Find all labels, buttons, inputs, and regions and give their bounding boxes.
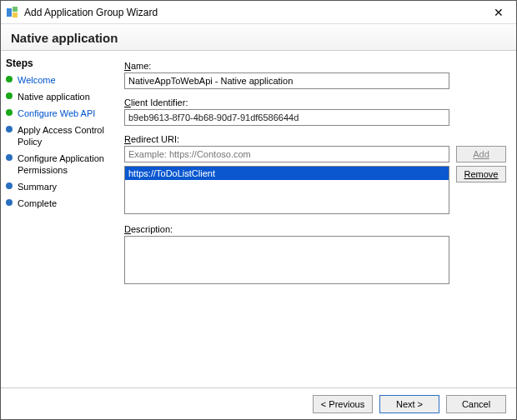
step-bullet-icon <box>6 109 13 116</box>
wizard-body: Steps WelcomeNative applicationConfigure… <box>1 51 516 388</box>
add-button[interactable]: Add <box>456 146 506 162</box>
cancel-button[interactable]: Cancel <box>446 395 506 413</box>
client-id-label: Client Identifier: <box>124 98 506 108</box>
step-label: Summary <box>18 181 57 192</box>
step-bullet-icon <box>6 154 13 161</box>
step-bullet-icon <box>6 182 13 189</box>
redirect-uri-label: Redirect URI: <box>124 134 506 144</box>
step-summary: Summary <box>6 181 116 192</box>
step-configure-application-permissions: Configure Application Permissions <box>6 152 116 176</box>
description-input[interactable] <box>124 236 449 284</box>
step-label: Welcome <box>18 74 56 86</box>
steps-sidebar: Steps WelcomeNative applicationConfigure… <box>1 51 121 388</box>
page-title: Native application <box>1 24 516 51</box>
step-bullet-icon <box>6 126 13 132</box>
step-label: Native application <box>18 91 90 102</box>
step-label: Complete <box>18 198 57 209</box>
form-area: Name: Client Identifier: Redirect URI: A… <box>121 51 516 388</box>
remove-button[interactable]: Remove <box>456 166 506 182</box>
app-icon <box>6 6 19 19</box>
redirect-uri-input[interactable] <box>124 146 449 162</box>
step-bullet-icon <box>6 199 13 206</box>
step-complete: Complete <box>6 198 116 209</box>
step-configure-web-api[interactable]: Configure Web API <box>6 108 116 119</box>
step-native-application: Native application <box>6 91 116 102</box>
titlebar: Add Application Group Wizard ✕ <box>1 1 516 24</box>
close-icon[interactable]: ✕ <box>486 6 511 19</box>
step-welcome[interactable]: Welcome <box>6 74 116 86</box>
name-input[interactable] <box>124 72 449 89</box>
name-label: Name: <box>124 61 506 71</box>
step-bullet-icon <box>6 92 13 99</box>
svg-rect-1 <box>13 7 18 12</box>
client-id-input[interactable] <box>124 109 449 126</box>
step-bullet-icon <box>6 76 13 82</box>
next-button[interactable]: Next > <box>379 395 439 413</box>
wizard-footer: < Previous Next > Cancel <box>1 388 516 419</box>
svg-rect-0 <box>7 8 12 17</box>
redirect-uri-item[interactable]: https://ToDoListClient <box>125 167 449 180</box>
window-title: Add Application Group Wizard <box>24 7 486 18</box>
svg-rect-2 <box>13 12 18 18</box>
steps-heading: Steps <box>6 58 116 69</box>
step-label: Apply Access Control Policy <box>18 124 116 148</box>
previous-button[interactable]: < Previous <box>313 395 373 413</box>
description-label: Description: <box>124 224 506 234</box>
step-label: Configure Application Permissions <box>18 152 116 176</box>
step-apply-access-control-policy: Apply Access Control Policy <box>6 124 116 148</box>
step-label: Configure Web API <box>18 108 95 119</box>
redirect-uri-list[interactable]: https://ToDoListClient <box>124 166 449 214</box>
